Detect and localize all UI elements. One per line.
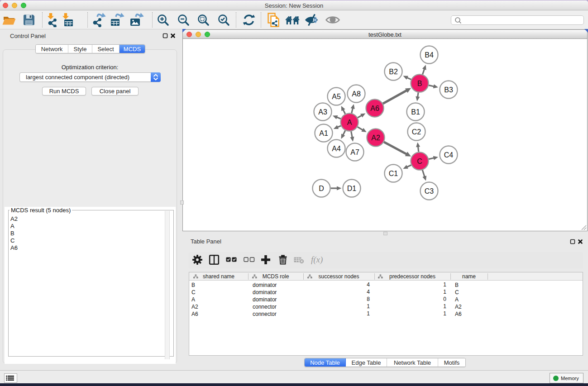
svg-text:B1: B1: [411, 108, 420, 116]
svg-text:D: D: [319, 185, 324, 192]
svg-text:D1: D1: [347, 185, 357, 192]
svg-text:A: A: [347, 119, 352, 126]
svg-text:B: B: [417, 80, 422, 87]
svg-text:A7: A7: [350, 148, 359, 156]
svg-text:C1: C1: [389, 170, 398, 177]
svg-text:B2: B2: [389, 68, 398, 76]
svg-text:C: C: [417, 157, 422, 165]
svg-text:A1: A1: [319, 129, 328, 137]
svg-text:C3: C3: [425, 187, 434, 195]
svg-text:A4: A4: [332, 145, 341, 152]
svg-text:A3: A3: [318, 108, 327, 116]
svg-text:A2: A2: [371, 134, 380, 142]
svg-text:C2: C2: [412, 128, 421, 136]
svg-text:B3: B3: [444, 86, 453, 94]
svg-text:C4: C4: [444, 151, 454, 159]
svg-text:A8: A8: [352, 90, 361, 98]
svg-text:A5: A5: [332, 93, 341, 100]
svg-text:A6: A6: [370, 105, 379, 112]
svg-text:B4: B4: [425, 51, 434, 59]
